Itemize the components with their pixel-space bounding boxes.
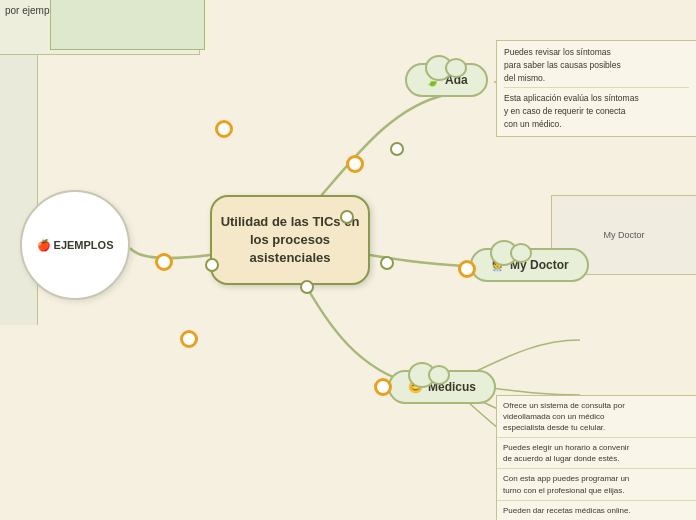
ada-icon: 🍃 xyxy=(425,73,440,87)
orange-dot-3 xyxy=(180,330,198,348)
top-green-box xyxy=(50,0,205,50)
dot-1 xyxy=(340,210,354,224)
medicus-info-panel: Ofrece un sistema de consulta porvideoll… xyxy=(496,395,696,521)
ada-label: Ada xyxy=(445,73,468,87)
central-node[interactable]: Utilidad de las TICs enlos procesosasist… xyxy=(210,195,370,285)
mydoctor-cloud: 🧑‍⚕️ My Doctor xyxy=(470,248,589,282)
left-strip xyxy=(0,55,38,325)
medicus-label: Medicus xyxy=(428,380,476,394)
medicus-info-4: Pueden dar recetas médicas online. xyxy=(497,501,696,520)
mind-map-canvas: por ejemplo: 🍎 EJEMPLOS Utilidad de las … xyxy=(0,0,696,520)
examples-label: 🍎 EJEMPLOS xyxy=(37,239,114,252)
ada-node[interactable]: 🍃 Ada xyxy=(405,63,488,97)
dot-2 xyxy=(390,142,404,156)
orange-dot-4 xyxy=(346,155,364,173)
medicus-info-2: Puedes elegir un horario a convenirde ac… xyxy=(497,438,696,469)
mydoctor-info-label: My Doctor xyxy=(603,230,644,240)
medicus-icon: 😊 xyxy=(408,380,423,394)
examples-node[interactable]: 🍎 EJEMPLOS xyxy=(20,190,130,300)
medicus-node[interactable]: 😊 Medicus xyxy=(388,370,496,404)
ada-info-panel: Puedes revisar los síntomaspara saber la… xyxy=(496,40,696,137)
medicus-info-1: Ofrece un sistema de consulta porvideoll… xyxy=(497,396,696,439)
examples-icon: 🍎 xyxy=(37,239,54,251)
mydoctor-icon: 🧑‍⚕️ xyxy=(490,258,505,272)
orange-dot-5 xyxy=(458,260,476,278)
dot-3 xyxy=(380,256,394,270)
central-label: Utilidad de las TICs enlos procesosasist… xyxy=(221,213,360,268)
orange-dot-6 xyxy=(374,378,392,396)
orange-dot-2 xyxy=(155,253,173,271)
medicus-info-3: Con esta app puedes programar unturno co… xyxy=(497,469,696,500)
dot-5 xyxy=(205,258,219,272)
mydoctor-node[interactable]: 🧑‍⚕️ My Doctor xyxy=(470,248,589,282)
orange-dot-1 xyxy=(215,120,233,138)
ada-info-1: Puedes revisar los síntomaspara saber la… xyxy=(504,46,689,88)
medicus-cloud: 😊 Medicus xyxy=(388,370,496,404)
mydoctor-label: My Doctor xyxy=(510,258,569,272)
ada-info-2: Esta aplicación evalúa los síntomasy en … xyxy=(504,92,689,130)
dot-4 xyxy=(300,280,314,294)
ada-cloud: 🍃 Ada xyxy=(405,63,488,97)
